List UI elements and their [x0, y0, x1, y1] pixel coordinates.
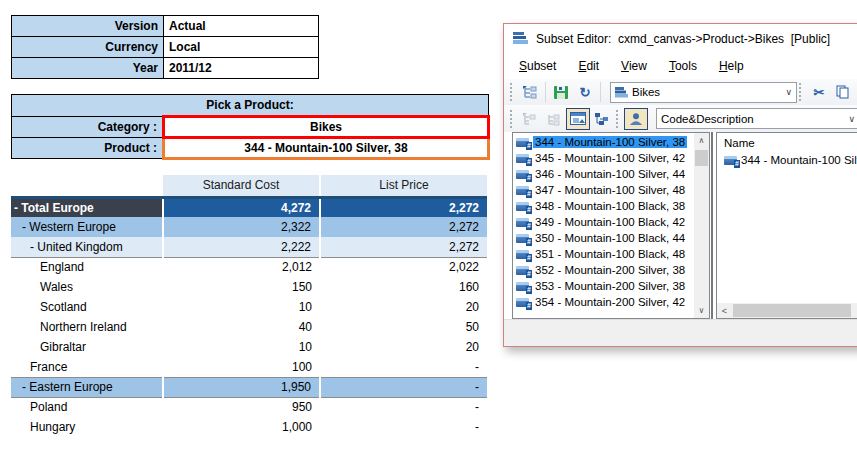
refresh-button[interactable]: ↻ [573, 81, 597, 103]
alias-button[interactable] [624, 108, 648, 130]
standard-cost-cell[interactable]: 4,272 [163, 197, 320, 217]
vertical-scrollbar[interactable]: ∧ ∨ [694, 133, 709, 318]
list-price-cell[interactable]: 20 [320, 337, 487, 357]
scrollbar-thumb[interactable] [695, 150, 708, 166]
list-item[interactable]: 344 - Mountain-100 Silver, 38 [513, 134, 694, 150]
name-column-header[interactable]: Name [717, 133, 857, 152]
properties-window-button[interactable] [566, 108, 590, 130]
chevron-down-icon[interactable]: ∨ [848, 114, 855, 124]
list-price-cell[interactable]: 2,272 [320, 217, 487, 237]
toolbar-separator [600, 82, 601, 102]
row-label[interactable]: Hungary [11, 417, 163, 437]
alias-combo[interactable]: Code&Description ∨ [656, 108, 857, 129]
list-item[interactable]: 350 - Mountain-100 Black, 44 [513, 230, 694, 246]
list-price-cell[interactable]: 2,022 [320, 257, 487, 277]
list-item[interactable]: 345 - Mountain-100 Silver, 42 [513, 150, 694, 166]
info-table: Version Actual Currency Local Year 2011/… [11, 15, 319, 79]
save-button[interactable] [549, 81, 573, 103]
row-label[interactable]: Wales [11, 277, 163, 297]
menu-subset[interactable]: Subset [508, 55, 567, 77]
titlebar[interactable]: Subset Editor: cxmd_canvas->Product->Bik… [504, 24, 857, 53]
row-label[interactable]: - Eastern Europe [11, 377, 163, 397]
list-price-cell[interactable]: 2,272 [320, 237, 487, 257]
menu-tools[interactable]: Tools [658, 55, 708, 77]
row-label[interactable]: - Total Europe [11, 197, 163, 217]
row-label[interactable]: Northern Ireland [11, 317, 163, 337]
standard-cost-cell[interactable]: 950 [163, 397, 320, 417]
list-item[interactable]: 349 - Mountain-100 Black, 42 [513, 214, 694, 230]
list-price-cell[interactable]: - [320, 417, 487, 437]
list-item[interactable]: 348 - Mountain-100 Black, 38 [513, 198, 694, 214]
year-value[interactable]: 2011/12 [164, 58, 319, 79]
product-picker-table: Pick a Product: Category : Bikes Product… [11, 94, 490, 160]
row-label[interactable]: Scotland [11, 297, 163, 317]
standard-cost-cell[interactable]: 2,222 [163, 237, 320, 257]
scroll-down-icon[interactable]: ∨ [694, 303, 709, 318]
row-label[interactable]: England [11, 257, 163, 277]
standard-cost-cell[interactable]: 2,322 [163, 217, 320, 237]
numeric-element-icon [516, 234, 529, 243]
subset-all-button[interactable] [518, 81, 542, 103]
list-price-cell[interactable]: - [320, 377, 487, 397]
row-label[interactable]: France [11, 357, 163, 377]
row-label[interactable]: Poland [11, 397, 163, 417]
list-price-cell[interactable]: 20 [320, 297, 487, 317]
scrollbar-thumb[interactable] [733, 304, 851, 317]
row-label[interactable]: Gibraltar [11, 337, 163, 357]
table-row: Pick a Product: [12, 95, 489, 117]
standard-cost-cell[interactable]: 10 [163, 337, 320, 357]
product-value-cell[interactable]: 344 - Mountain-100 Silver, 38 [164, 138, 489, 159]
menu-view[interactable]: View [610, 55, 658, 77]
subset-icon [615, 87, 628, 98]
list-price-cell[interactable]: - [320, 397, 487, 417]
toolbar-gripper[interactable] [510, 83, 516, 101]
selected-element-item[interactable]: 344 - Mountain-100 Silver, 38 [717, 152, 857, 168]
scroll-left-icon[interactable]: < [717, 303, 732, 318]
subset-combo[interactable]: Bikes ∨ [610, 82, 797, 103]
subset-list-region: 344 - Mountain-100 Silver, 38 345 - Moun… [504, 132, 857, 319]
table-row: - Western Europe 2,322 2,272 [11, 217, 487, 237]
list-price-cell[interactable]: 160 [320, 277, 487, 297]
menu-edit[interactable]: Edit [567, 55, 610, 77]
copy-button[interactable] [831, 81, 855, 103]
numeric-element-icon [516, 154, 529, 163]
list-price-cell[interactable]: - [320, 357, 487, 377]
expand-tree-button[interactable] [590, 108, 614, 130]
list-price-cell[interactable]: 50 [320, 317, 487, 337]
delete-button[interactable] [542, 108, 566, 130]
subset-combo-value: Bikes [632, 86, 660, 98]
list-item[interactable]: 354 - Mountain-200 Silver, 42 [513, 294, 694, 310]
row-label[interactable]: - Western Europe [11, 217, 163, 237]
standard-cost-cell[interactable]: 40 [163, 317, 320, 337]
chevron-down-icon[interactable]: ∨ [785, 87, 792, 97]
standard-cost-cell[interactable]: 100 [163, 357, 320, 377]
standard-cost-cell[interactable]: 150 [163, 277, 320, 297]
standard-cost-cell[interactable]: 10 [163, 297, 320, 317]
subset-icon [513, 32, 528, 45]
cut-button[interactable]: ✂ [807, 81, 831, 103]
toolbar-main: ↻ Bikes ∨ ✂ [504, 79, 857, 105]
keep-button[interactable] [518, 108, 542, 130]
standard-cost-cell[interactable]: 1,950 [163, 377, 320, 397]
horizontal-scrollbar[interactable]: < [717, 303, 857, 318]
list-item[interactable]: 346 - Mountain-100 Silver, 44 [513, 166, 694, 182]
list-price-cell[interactable]: 2,272 [320, 197, 487, 217]
category-value-cell[interactable]: Bikes [164, 117, 489, 138]
scroll-up-icon[interactable]: ∧ [694, 133, 709, 148]
table-row: - United Kingdom 2,222 2,272 [11, 237, 487, 257]
row-label[interactable]: - United Kingdom [11, 237, 163, 257]
standard-cost-cell[interactable]: 1,000 [163, 417, 320, 437]
toolbar-gripper[interactable] [616, 110, 622, 128]
list-item[interactable]: 353 - Mountain-200 Silver, 38 [513, 278, 694, 294]
standard-cost-cell[interactable]: 2,012 [163, 257, 320, 277]
list-item[interactable]: 351 - Mountain-100 Black, 48 [513, 246, 694, 262]
toolbar-gripper[interactable] [510, 110, 516, 128]
pane-splitter[interactable] [711, 132, 713, 319]
toolbar-gripper[interactable] [799, 83, 805, 101]
version-value[interactable]: Actual [164, 16, 319, 37]
list-item[interactable]: 352 - Mountain-200 Silver, 38 [513, 262, 694, 278]
list-item[interactable]: 347 - Mountain-100 Silver, 48 [513, 182, 694, 198]
menu-help[interactable]: Help [708, 55, 755, 77]
currency-value[interactable]: Local [164, 37, 319, 58]
window-bottom-strip [504, 319, 857, 346]
